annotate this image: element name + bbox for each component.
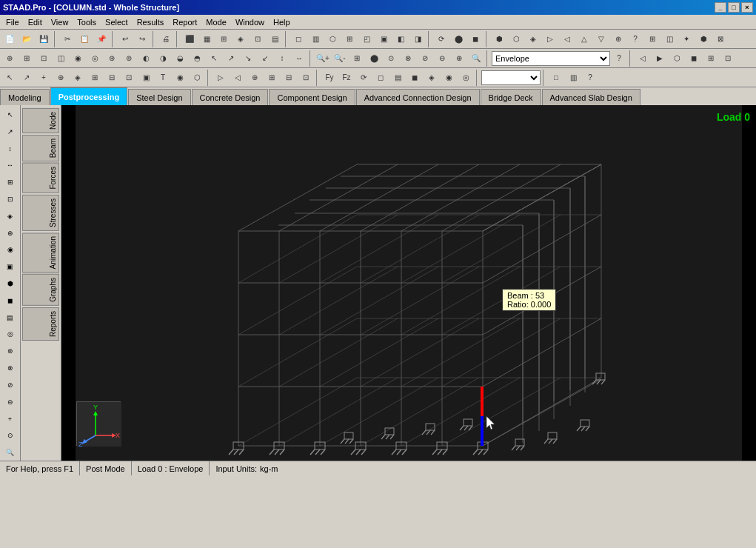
vtb-btn11[interactable]: ⬢ [2,275,19,292]
tb1-btn32[interactable]: ◫ [661,31,678,47]
tb1-btn28[interactable]: ▽ [593,31,609,47]
envelope-dropdown[interactable]: Envelope [492,51,610,66]
tb1-btn30[interactable]: ? [627,31,643,47]
minimize-button[interactable]: _ [715,2,726,13]
tb2-btn22[interactable]: ⬤ [366,50,382,67]
tb1-btn24[interactable]: ◈ [525,31,541,47]
menu-edit[interactable]: Edit [24,16,47,28]
tb1-btn8[interactable]: ◈ [233,31,249,47]
tb3-btn16[interactable]: ⊞ [264,70,280,86]
vtb-btn19[interactable]: + [2,411,19,427]
tb1-btn14[interactable]: ⊞ [341,31,358,47]
mode-dropdown[interactable] [481,70,541,85]
tb1-btn26[interactable]: ◁ [559,31,575,47]
tb3-btn11[interactable]: ◉ [172,70,188,86]
cut-button[interactable]: ✂ [59,31,76,47]
menu-file[interactable]: File [1,16,24,28]
tb2-btn16[interactable]: ↙ [257,50,273,67]
tb1-btn20[interactable]: ⬤ [450,31,466,47]
tb2-btn6[interactable]: ◎ [87,50,103,67]
tb3-btn26[interactable]: ◉ [441,70,457,86]
tb1-btn22[interactable]: ⬢ [491,31,507,47]
menu-mode[interactable]: Mode [201,16,231,28]
copy-button[interactable]: 📋 [76,31,93,47]
tb1-btn23[interactable]: ⬡ [508,31,524,47]
vtb-btn18[interactable]: ⊖ [2,394,19,410]
vtb-btn5[interactable]: ⊞ [2,174,19,190]
viewport[interactable]: Beam : 53 Ratio: 0.000 Y X Z [61,105,756,461]
tb3-btn4[interactable]: ⊕ [53,70,69,86]
side-tab-forces[interactable]: Forces [22,163,59,193]
tb1-btn21[interactable]: ◼ [467,31,484,47]
vtb-btn16[interactable]: ⊗ [2,360,19,376]
menu-select[interactable]: Select [101,16,133,28]
tb1-btn16[interactable]: ▣ [375,31,392,47]
tb1-btn7[interactable]: ⊞ [215,31,232,47]
tb1-btn27[interactable]: △ [576,31,592,47]
side-tab-node[interactable]: Node [22,108,59,133]
tb3-btn19[interactable]: Fy [321,70,338,86]
vtb-btn1[interactable]: ↖ [2,107,19,123]
close-button[interactable]: × [741,2,753,13]
tab-postprocessing[interactable]: Postprocessing [50,87,128,105]
menu-window[interactable]: Window [231,16,269,28]
side-tab-animation[interactable]: Animation [22,233,59,273]
side-tab-reports[interactable]: Reports [22,307,59,341]
tb2-btn3[interactable]: ⊡ [36,50,52,67]
tab-advanced-slab[interactable]: Advanced Slab Design [542,89,640,105]
vtb-btn7[interactable]: ◈ [2,208,19,224]
tab-bridge-deck[interactable]: Bridge Deck [481,89,541,105]
tb3-btn2[interactable]: ↗ [19,70,35,86]
tb1-btn29[interactable]: ⊕ [610,31,626,47]
tb2-btn2[interactable]: ⊞ [19,50,35,67]
new-button[interactable]: 📄 [1,31,18,47]
vtb-btn14[interactable]: ◎ [2,327,19,343]
tb2-btn7[interactable]: ⊛ [104,50,120,67]
tb2-btn34[interactable]: ⊞ [703,50,719,67]
tb2-btn30[interactable]: ◁ [635,50,651,67]
tb3-btn13[interactable]: ▷ [213,70,229,86]
tb3-btn6[interactable]: ⊞ [87,70,103,86]
tb2-btn27[interactable]: ⊕ [451,50,467,67]
tb2-btn24[interactable]: ⊗ [400,50,416,67]
vtb-btn17[interactable]: ⊘ [2,377,19,393]
tb1-btn12[interactable]: ▥ [307,31,324,47]
tb2-btn1[interactable]: ⊕ [1,50,18,67]
paste-button[interactable]: 📌 [93,31,110,47]
tb2-btn11[interactable]: ◒ [172,50,188,67]
menu-report[interactable]: Report [168,16,201,28]
vtb-btn10[interactable]: ▣ [2,258,19,275]
zoom-in-button[interactable]: 🔍+ [315,50,331,67]
menu-view[interactable]: View [47,16,73,28]
tb2-btn14[interactable]: ↗ [223,50,239,67]
tb1-btn31[interactable]: ⊞ [644,31,660,47]
print-button[interactable]: 🖨 [158,31,174,47]
tb1-btn34[interactable]: ⬢ [695,31,712,47]
menu-help[interactable]: Help [269,16,295,28]
side-tab-graphs[interactable]: Graphs [22,274,59,306]
tb2-btn28[interactable]: 🔍 [468,50,484,67]
tb1-btn33[interactable]: ✦ [678,31,695,47]
tb2-btn23[interactable]: ⊙ [383,50,399,67]
side-tab-stresses[interactable]: Stresses [22,195,59,231]
tb2-btn15[interactable]: ↘ [240,50,256,67]
tb3-btn15[interactable]: ⊕ [247,70,263,86]
vtb-btn9[interactable]: ◉ [2,242,19,258]
tb3-btn14[interactable]: ◁ [230,70,246,86]
tb1-btn25[interactable]: ▷ [542,31,558,47]
tb1-btn6[interactable]: ▦ [198,31,215,47]
tb2-btn10[interactable]: ◑ [155,50,171,67]
tb2-btn26[interactable]: ⊖ [434,50,450,67]
tb1-btn17[interactable]: ◧ [392,31,409,47]
vtb-btn3[interactable]: ↕ [2,141,19,157]
tb2-btn29[interactable]: ? [611,50,627,67]
tb1-btn35[interactable]: ⊠ [712,31,729,47]
save-button[interactable]: 💾 [36,31,52,47]
undo-button[interactable]: ↩ [117,31,133,47]
tb1-btn15[interactable]: ◰ [358,31,375,47]
tb3-btn18[interactable]: ⊡ [298,70,314,86]
tb3-btn21[interactable]: ⟳ [355,70,372,86]
tb3-btn1[interactable]: ↖ [1,70,18,86]
tb3-btn24[interactable]: ◼ [407,70,423,86]
tb3-btn28[interactable]: □ [548,70,564,86]
